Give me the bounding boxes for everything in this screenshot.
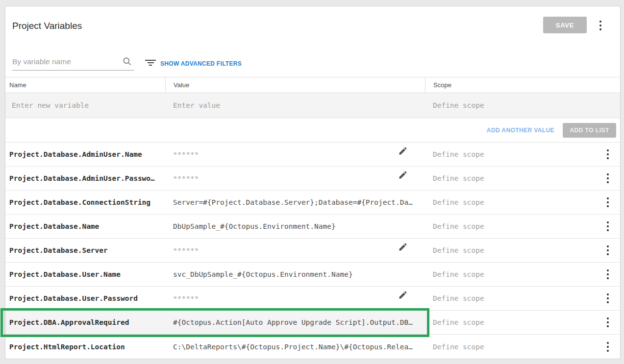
add-to-list-button[interactable]: ADD TO LIST	[563, 123, 616, 138]
variable-scope[interactable]: Define scope	[425, 311, 620, 334]
row-menu-icon[interactable]	[607, 172, 609, 184]
variable-name[interactable]: Project.Database.AdminUser.Name	[5, 150, 165, 158]
table-row: Project.Database.Name DbUpSample_#{Octop…	[5, 215, 620, 239]
row-menu-icon[interactable]	[607, 268, 609, 280]
variable-value[interactable]: Server=#{Project.Database.Server};Databa…	[165, 191, 425, 214]
variable-scope[interactable]: Define scope	[425, 287, 620, 310]
variable-rows: Project.Database.AdminUser.Name ****** D…	[5, 143, 620, 359]
variable-scope[interactable]: Define scope	[425, 143, 620, 166]
table-row: Project.Database.Server ****** Define sc…	[5, 239, 620, 263]
variable-scope[interactable]: Define scope	[425, 335, 620, 359]
row-menu-icon[interactable]	[607, 196, 609, 208]
variable-value[interactable]: ******	[165, 143, 425, 166]
edit-icon[interactable]	[398, 242, 408, 252]
variable-name[interactable]: Project.Database.Name	[5, 222, 165, 230]
save-button[interactable]: SAVE	[543, 17, 587, 33]
edit-icon[interactable]	[398, 170, 408, 180]
edit-icon[interactable]	[398, 146, 408, 156]
row-menu-icon[interactable]	[607, 220, 609, 232]
variable-value[interactable]: ******	[165, 287, 425, 310]
add-actions-row: ADD ANOTHER VALUE ADD TO LIST	[5, 118, 620, 143]
variable-name[interactable]: Project.Database.Server	[5, 246, 165, 254]
variable-name[interactable]: Project.Database.User.Password	[5, 294, 165, 302]
column-header-value: Value	[165, 77, 425, 93]
overflow-menu-icon[interactable]	[595, 20, 606, 31]
variable-scope[interactable]: Define scope	[425, 239, 620, 262]
row-menu-icon[interactable]	[607, 148, 609, 160]
edit-icon[interactable]	[398, 290, 408, 300]
table-row: Project.Database.User.Name svc_DbUpSampl…	[5, 263, 620, 287]
variable-scope[interactable]: Define scope	[425, 191, 620, 214]
show-advanced-filters-link[interactable]: SHOW ADVANCED FILTERS	[160, 60, 242, 67]
card-header: Project Variables SAVE SHOW ADVANCED FIL…	[5, 6, 620, 77]
column-header-name: Name	[5, 77, 165, 93]
search-input[interactable]	[12, 55, 134, 71]
table-row: Project.HtmlReport.Location C:\DeltaRepo…	[5, 335, 620, 359]
variable-name[interactable]: Project.Database.User.Name	[5, 270, 165, 278]
row-menu-icon[interactable]	[607, 341, 609, 353]
variable-name[interactable]: Project.Database.ConnectionString	[5, 198, 165, 206]
search-icon	[122, 56, 132, 68]
table-row: Project.DBA.ApprovalRequired #{Octopus.A…	[5, 311, 620, 335]
table-row: Project.Database.AdminUser.Name ****** D…	[5, 143, 620, 167]
variable-value[interactable]: ******	[165, 239, 425, 262]
new-variable-row: Enter new variable Enter value Define sc…	[5, 93, 620, 118]
variable-scope[interactable]: Define scope	[425, 215, 620, 238]
column-header-scope: Scope	[425, 77, 620, 93]
table-header-row: Name Value Scope	[5, 77, 620, 93]
variable-name[interactable]: Project.HtmlReport.Location	[5, 343, 165, 351]
table-row: Project.Database.AdminUser.Passwo… *****…	[5, 167, 620, 191]
row-menu-icon[interactable]	[607, 244, 609, 256]
variable-value[interactable]: svc_DbUpSample_#{Octopus.Environment.Nam…	[165, 263, 425, 286]
filter-icon[interactable]	[145, 60, 156, 68]
variable-scope[interactable]: Define scope	[425, 167, 620, 190]
variable-scope[interactable]: Define scope	[425, 263, 620, 286]
row-menu-icon[interactable]	[607, 292, 609, 304]
variable-value[interactable]: DbUpSample_#{Octopus.Environment.Name}	[165, 215, 425, 238]
variable-value[interactable]: #{Octopus.Action[Auto Approve Upgrade Sc…	[165, 311, 425, 334]
variable-value[interactable]: ******	[165, 167, 425, 190]
new-variable-name-field[interactable]: Enter new variable	[5, 101, 165, 109]
page-title: Project Variables	[12, 21, 82, 31]
new-variable-value-field[interactable]: Enter value	[165, 101, 425, 109]
search-field-wrap	[12, 55, 134, 71]
new-variable-scope-field[interactable]: Define scope	[425, 101, 620, 109]
variable-name[interactable]: Project.DBA.ApprovalRequired	[5, 318, 165, 326]
add-another-value-button[interactable]: ADD ANOTHER VALUE	[487, 127, 554, 134]
table-row: Project.Database.ConnectionString Server…	[5, 191, 620, 215]
project-variables-card: Project Variables SAVE SHOW ADVANCED FIL…	[5, 6, 621, 359]
table-row: Project.Database.User.Password ****** De…	[5, 287, 620, 311]
variable-value[interactable]: C:\DeltaReports\#{Octopus.Project.Name}\…	[165, 335, 425, 359]
variable-name[interactable]: Project.Database.AdminUser.Passwo…	[5, 174, 165, 182]
row-menu-icon[interactable]	[607, 316, 609, 328]
